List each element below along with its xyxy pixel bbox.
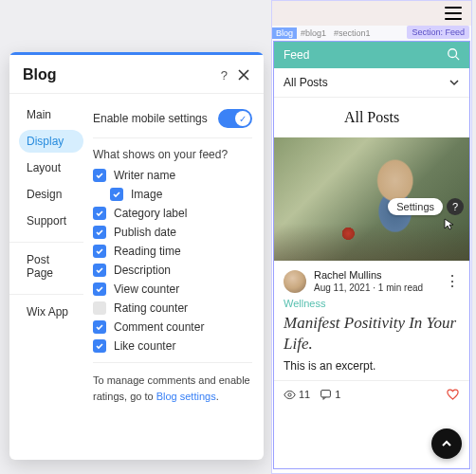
mobile-preview: Blog #blog1 #section1 Section: Feed Feed… xyxy=(271,0,472,474)
view-counter: 11 xyxy=(284,389,310,401)
sidebar-item-display[interactable]: Display xyxy=(19,130,83,153)
option-row: Image xyxy=(110,188,252,201)
option-row: Description xyxy=(93,264,252,277)
post-category[interactable]: Wellness xyxy=(274,298,469,311)
checkbox[interactable] xyxy=(93,169,106,182)
checkbox[interactable] xyxy=(93,245,106,258)
option-label: Category label xyxy=(114,207,187,220)
svg-rect-2 xyxy=(321,390,331,396)
panel-content: Enable mobile settings What shows on you… xyxy=(83,94,264,460)
eye-icon xyxy=(284,389,296,401)
avatar xyxy=(284,270,306,293)
sidebar-item-post-page[interactable]: Post Page xyxy=(19,248,83,284)
option-row: View counter xyxy=(93,283,252,296)
option-label: View counter xyxy=(114,283,179,296)
option-row: Rating counter xyxy=(93,301,252,315)
option-row: Category label xyxy=(93,207,252,220)
hamburger-icon[interactable] xyxy=(445,7,462,20)
sidebar-item-layout[interactable]: Layout xyxy=(19,156,83,179)
checkbox[interactable] xyxy=(93,320,106,334)
option-label: Like counter xyxy=(114,339,175,353)
feed-question: What shows on your feed? xyxy=(93,148,252,161)
option-label: Comment counter xyxy=(114,320,204,334)
more-icon[interactable]: ⋮ xyxy=(445,278,460,285)
blog-settings-panel: Blog ? Main Display Layout Design Suppor… xyxy=(9,52,264,460)
like-button[interactable] xyxy=(446,387,460,403)
sidebar-item-design[interactable]: Design xyxy=(19,183,83,206)
sidebar-item-main[interactable]: Main xyxy=(19,103,83,126)
option-label: Publish date xyxy=(114,226,176,239)
category-selected: All Posts xyxy=(284,76,328,89)
checkbox[interactable] xyxy=(93,301,106,315)
option-label: Description xyxy=(114,264,171,277)
panel-sidebar: Main Display Layout Design Support Post … xyxy=(9,94,83,460)
checkbox[interactable] xyxy=(93,264,106,277)
option-row: Writer name xyxy=(93,169,252,182)
author-name: Rachel Mullins xyxy=(314,268,437,282)
option-row: Reading time xyxy=(93,245,252,258)
option-label: Reading time xyxy=(114,245,181,258)
scroll-top-button[interactable] xyxy=(431,428,462,459)
post-meta: Aug 11, 2021 · 1 min read xyxy=(314,282,437,294)
checkbox[interactable] xyxy=(93,226,106,239)
feed-header-label: Feed xyxy=(284,48,309,62)
section-tag: Section: Feed xyxy=(407,26,469,39)
mobile-toggle-label: Enable mobile settings xyxy=(93,112,208,125)
help-icon[interactable]: ? xyxy=(221,68,228,82)
svg-point-0 xyxy=(449,48,457,57)
chevron-up-icon xyxy=(440,437,453,450)
posts-heading: All Posts xyxy=(274,98,469,137)
settings-note: To manage comments and enable ratings, g… xyxy=(93,362,252,404)
panel-title: Blog xyxy=(23,66,221,83)
feed-area: Feed All Posts All Posts Settings ? xyxy=(273,41,470,469)
svg-point-1 xyxy=(288,393,291,396)
blog-settings-link[interactable]: Blog settings xyxy=(156,391,216,402)
checkbox[interactable] xyxy=(110,188,123,201)
checkbox[interactable] xyxy=(93,207,106,220)
sidebar-item-support[interactable]: Support xyxy=(19,210,83,232)
option-label: Image xyxy=(131,188,162,201)
close-icon[interactable] xyxy=(237,68,250,82)
chevron-down-icon xyxy=(449,77,460,88)
checkbox[interactable] xyxy=(93,283,106,296)
option-label: Rating counter xyxy=(114,301,188,315)
help-circle-icon[interactable]: ? xyxy=(447,198,464,215)
option-label: Writer name xyxy=(114,169,175,182)
search-icon[interactable] xyxy=(447,47,460,64)
comment-counter: 1 xyxy=(320,389,340,401)
cursor-icon xyxy=(443,217,456,230)
heart-icon xyxy=(446,387,460,401)
feed-options: Writer nameImageCategory labelPublish da… xyxy=(93,169,252,353)
option-row: Comment counter xyxy=(93,320,252,334)
post-cover-image: Settings ? xyxy=(274,137,469,261)
settings-button[interactable]: Settings xyxy=(388,198,443,215)
option-row: Publish date xyxy=(93,226,252,239)
comment-icon xyxy=(320,389,332,401)
option-row: Like counter xyxy=(93,339,252,353)
post-excerpt: This is an excerpt. xyxy=(274,359,469,380)
category-dropdown[interactable]: All Posts xyxy=(274,68,469,98)
crumb-blog[interactable]: Blog xyxy=(272,27,297,39)
sidebar-item-wix-app[interactable]: Wix App xyxy=(19,301,83,323)
crumb-id[interactable]: #blog1 xyxy=(297,27,330,39)
crumb-section[interactable]: #section1 xyxy=(330,27,375,39)
mobile-toggle[interactable] xyxy=(218,109,252,128)
post-title[interactable]: Manifest Positivity In Your Life. xyxy=(274,311,469,359)
checkbox[interactable] xyxy=(93,339,106,353)
